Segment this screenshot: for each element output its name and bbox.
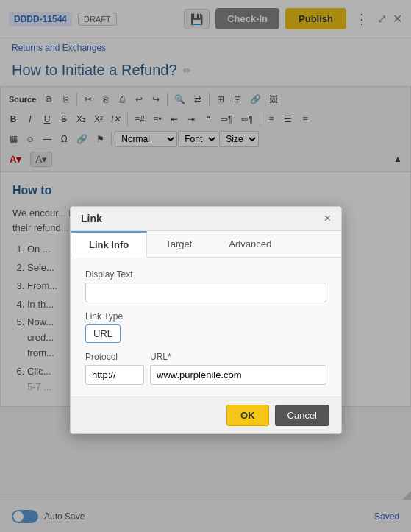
modal-close-button[interactable]: × — [324, 213, 331, 224]
url-label: URL* — [150, 352, 326, 362]
display-text-label: Display Text — [85, 269, 326, 280]
url-input[interactable] — [150, 365, 326, 385]
link-modal: Link × Link Info Target Advanced Display… — [70, 206, 342, 434]
protocol-url-row: Protocol URL* — [85, 352, 326, 385]
modal-footer: OK Cancel — [71, 397, 341, 433]
url-col: URL* — [150, 352, 326, 385]
link-type-value[interactable]: URL — [85, 324, 121, 343]
link-type-label: Link Type — [85, 311, 326, 322]
modal-overlay: Link × Link Info Target Advanced Display… — [0, 0, 411, 532]
protocol-label: Protocol — [85, 352, 144, 362]
tab-link-info[interactable]: Link Info — [71, 231, 147, 258]
modal-body: Display Text Link Type URL Protocol URL* — [71, 258, 341, 397]
cancel-button[interactable]: Cancel — [275, 405, 329, 426]
tab-target[interactable]: Target — [147, 231, 210, 257]
display-text-input[interactable] — [85, 283, 326, 302]
modal-tabs: Link Info Target Advanced — [71, 231, 341, 258]
modal-title: Link — [81, 213, 102, 224]
modal-header: Link × — [71, 207, 341, 231]
ok-button[interactable]: OK — [226, 405, 269, 426]
tab-advanced[interactable]: Advanced — [210, 231, 290, 257]
protocol-col: Protocol — [85, 352, 144, 385]
protocol-input[interactable] — [85, 365, 144, 385]
